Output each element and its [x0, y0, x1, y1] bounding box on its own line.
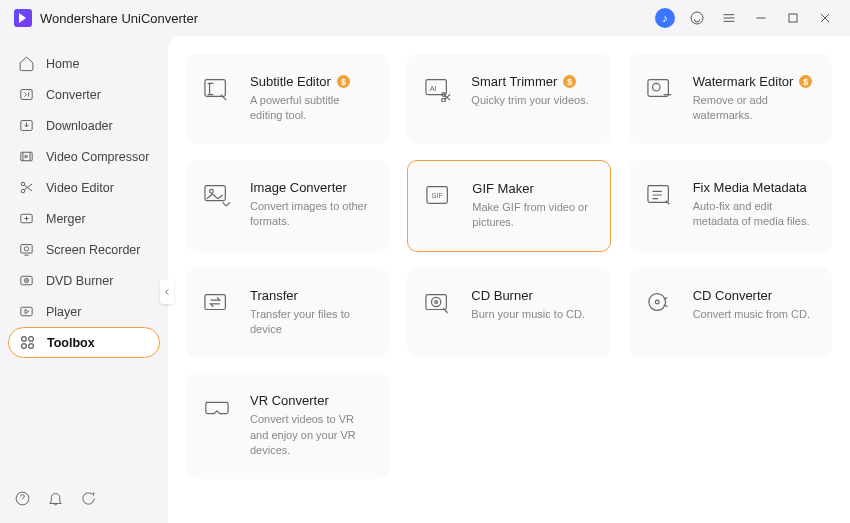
svg-rect-1	[789, 14, 797, 22]
svg-text:GIF: GIF	[432, 192, 443, 199]
cd-converter-icon	[645, 290, 679, 318]
close-icon[interactable]	[814, 7, 836, 29]
cd-burner-icon	[423, 290, 457, 318]
svg-text:AI: AI	[430, 84, 437, 93]
help-icon[interactable]	[14, 490, 31, 511]
fix-metadata-icon	[645, 182, 679, 210]
tool-card-desc: Burn your music to CD.	[471, 307, 594, 322]
merger-icon	[16, 209, 36, 229]
sidebar-item-label: Merger	[46, 212, 86, 226]
sidebar-item-label: Video Editor	[46, 181, 114, 195]
tool-card-smart-trimmer[interactable]: AI Smart Trimmer$ Quicky trim your video…	[407, 54, 610, 144]
tool-card-title: CD Burner	[471, 288, 532, 303]
download-icon	[16, 116, 36, 136]
home-icon	[16, 54, 36, 74]
tool-card-title: Smart Trimmer	[471, 74, 557, 89]
tool-card-watermark-editor[interactable]: Watermark Editor$ Remove or add watermar…	[629, 54, 832, 144]
tool-card-title: Transfer	[250, 288, 298, 303]
player-icon	[16, 302, 36, 322]
sidebar-item-converter[interactable]: Converter	[8, 79, 160, 110]
maximize-icon[interactable]	[782, 7, 804, 29]
svg-point-27	[210, 189, 214, 193]
tool-card-title: CD Converter	[693, 288, 772, 303]
collapse-sidebar-button[interactable]	[160, 280, 174, 304]
svg-point-12	[25, 280, 26, 281]
sidebar-item-home[interactable]: Home	[8, 48, 160, 79]
svg-point-11	[24, 278, 28, 282]
smart-trimmer-icon: AI	[423, 76, 457, 104]
tool-card-desc: Auto-fix and edit metadata of media file…	[693, 199, 816, 230]
sidebar-item-player[interactable]: Player	[8, 296, 160, 327]
sidebar-item-merger[interactable]: Merger	[8, 203, 160, 234]
toolbox-icon	[17, 333, 37, 353]
sidebar-item-downloader[interactable]: Downloader	[8, 110, 160, 141]
minimize-icon[interactable]	[750, 7, 772, 29]
menu-icon[interactable]	[718, 7, 740, 29]
svg-rect-14	[21, 337, 25, 341]
svg-rect-10	[20, 276, 31, 285]
svg-rect-24	[648, 80, 668, 97]
sidebar: Home Converter Downloader Video Compress…	[0, 36, 168, 523]
support-icon[interactable]	[686, 7, 708, 29]
tool-card-desc: A powerful subtitle editing tool.	[250, 93, 373, 124]
vr-converter-icon	[202, 395, 236, 423]
tool-card-title: Subtitle Editor	[250, 74, 331, 89]
tool-card-desc: Quicky trim your videos.	[471, 93, 594, 108]
scissors-icon	[16, 178, 36, 198]
subtitle-editor-icon	[202, 76, 236, 104]
svg-rect-19	[205, 80, 225, 97]
tool-card-fix-media-metadata[interactable]: Fix Media Metadata Auto-fix and edit met…	[629, 160, 832, 252]
svg-point-36	[655, 300, 659, 304]
sidebar-item-dvd-burner[interactable]: DVD Burner	[8, 265, 160, 296]
converter-icon	[16, 85, 36, 105]
compressor-icon	[16, 147, 36, 167]
sidebar-item-video-editor[interactable]: Video Editor	[8, 172, 160, 203]
svg-point-25	[652, 83, 659, 90]
recorder-icon	[16, 240, 36, 260]
sidebar-item-label: Video Compressor	[46, 150, 149, 164]
premium-badge: $	[799, 75, 812, 88]
image-converter-icon	[202, 182, 236, 210]
svg-rect-30	[648, 185, 668, 202]
tool-card-desc: Convert videos to VR and enjoy on your V…	[250, 412, 373, 458]
svg-rect-17	[28, 344, 32, 348]
tool-card-gif-maker[interactable]: GIF GIF Maker Make GIF from video or pic…	[407, 160, 610, 252]
title-bar: Wondershare UniConverter ♪	[0, 0, 850, 36]
sidebar-item-label: Toolbox	[47, 336, 95, 350]
tool-card-subtitle-editor[interactable]: Subtitle Editor$ A powerful subtitle edi…	[186, 54, 389, 144]
svg-rect-13	[20, 307, 31, 316]
account-avatar[interactable]: ♪	[654, 7, 676, 29]
tool-card-desc: Transfer your files to device	[250, 307, 373, 338]
sidebar-item-label: Converter	[46, 88, 101, 102]
watermark-editor-icon	[645, 76, 679, 104]
premium-badge: $	[563, 75, 576, 88]
dvd-icon	[16, 271, 36, 291]
svg-point-33	[432, 297, 441, 306]
sidebar-item-label: Player	[46, 305, 81, 319]
tool-card-title: Watermark Editor	[693, 74, 794, 89]
sidebar-item-video-compressor[interactable]: Video Compressor	[8, 141, 160, 172]
app-title: Wondershare UniConverter	[40, 11, 198, 26]
feedback-icon[interactable]	[80, 490, 97, 511]
tool-card-desc: Remove or add watermarks.	[693, 93, 816, 124]
tool-card-title: VR Converter	[250, 393, 329, 408]
sidebar-item-label: Downloader	[46, 119, 113, 133]
tool-card-image-converter[interactable]: Image Converter Convert images to other …	[186, 160, 389, 252]
svg-rect-8	[20, 245, 31, 254]
svg-rect-15	[28, 337, 32, 341]
tool-card-cd-converter[interactable]: CD Converter Convert music from CD.	[629, 268, 832, 358]
sidebar-item-screen-recorder[interactable]: Screen Recorder	[8, 234, 160, 265]
svg-rect-31	[205, 294, 225, 309]
tool-card-transfer[interactable]: Transfer Transfer your files to device	[186, 268, 389, 358]
premium-badge: $	[337, 75, 350, 88]
svg-point-9	[24, 247, 28, 251]
svg-point-6	[21, 189, 25, 193]
tool-card-vr-converter[interactable]: VR Converter Convert videos to VR and en…	[186, 373, 389, 478]
sidebar-item-label: Screen Recorder	[46, 243, 141, 257]
tool-card-cd-burner[interactable]: CD Burner Burn your music to CD.	[407, 268, 610, 358]
tool-card-title: Fix Media Metadata	[693, 180, 807, 195]
tool-card-desc: Make GIF from video or pictures.	[472, 200, 593, 231]
notification-icon[interactable]	[47, 490, 64, 511]
sidebar-item-toolbox[interactable]: Toolbox	[8, 327, 160, 358]
tool-card-title: GIF Maker	[472, 181, 533, 196]
